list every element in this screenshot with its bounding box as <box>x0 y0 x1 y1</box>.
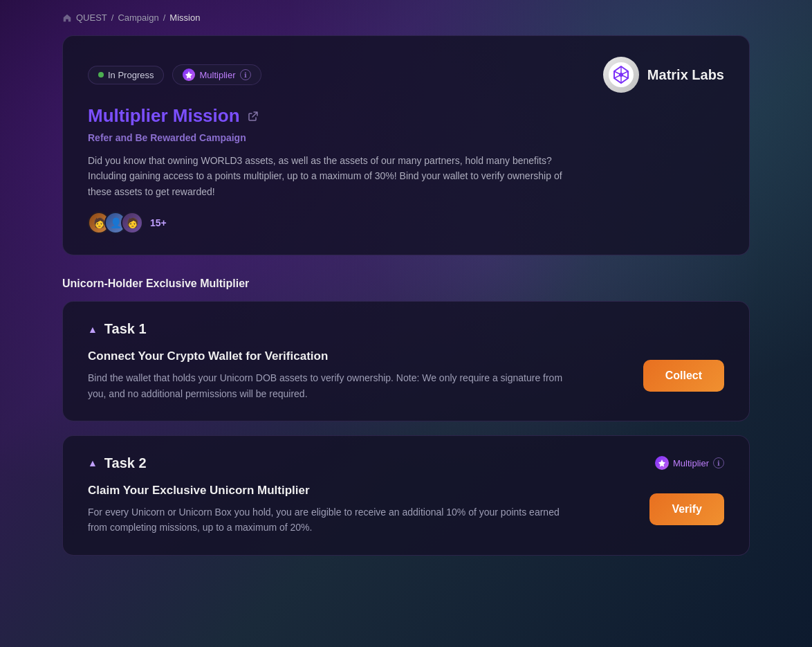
task2-arrow-icon: ▲ <box>88 457 98 468</box>
breadcrumb-current: Mission <box>169 12 200 23</box>
task1-title-row: ▲ Task 1 <box>88 321 147 337</box>
task1-arrow-icon: ▲ <box>88 324 98 335</box>
task2-title: Task 2 <box>104 455 147 471</box>
brand-logo: Matrix Labs <box>603 57 724 93</box>
participants: 🧑 👤 🧑 15+ <box>88 212 724 234</box>
task1-name: Connect Your Crypto Wallet for Verificat… <box>88 349 629 363</box>
task1-card: ▲ Task 1 Connect Your Crypto Wallet for … <box>62 301 750 421</box>
multiplier-label: Multiplier <box>199 70 235 80</box>
mission-card: In Progress Multiplier ℹ <box>62 35 750 255</box>
task2-info-icon[interactable]: ℹ <box>713 457 724 468</box>
breadcrumb-sep2: / <box>163 12 166 23</box>
mission-title-row: Multiplier Mission <box>88 105 724 127</box>
task2-multiplier-badge[interactable]: Multiplier <box>655 456 709 470</box>
status-dot <box>98 72 104 78</box>
breadcrumb-campaign[interactable]: Campaign <box>118 12 158 23</box>
breadcrumb-quest[interactable]: QUEST <box>76 12 107 23</box>
section-title: Unicorn-Holder Exclusive Multiplier <box>62 277 750 290</box>
multiplier-icon <box>183 69 195 81</box>
external-link-icon[interactable] <box>247 110 259 122</box>
verify-button[interactable]: Verify <box>649 493 724 525</box>
task2-card: ▲ Task 2 Multiplier ℹ Claim <box>62 435 750 556</box>
mission-description: Did you know that owning WORLD3 assets, … <box>88 153 572 199</box>
task2-content: Claim Your Exclusive Unicorn Multiplier … <box>88 484 724 536</box>
main-content: In Progress Multiplier ℹ <box>0 35 812 556</box>
svg-point-1 <box>619 73 623 77</box>
task2-right: Multiplier ℹ <box>655 456 724 470</box>
mission-header-top: In Progress Multiplier ℹ <box>88 57 724 93</box>
task2-text-area: Claim Your Exclusive Unicorn Multiplier … <box>88 484 636 536</box>
task2-name: Claim Your Exclusive Unicorn Multiplier <box>88 484 636 498</box>
participant-avatars: 🧑 👤 🧑 <box>88 212 143 234</box>
task1-description: Bind the wallet that holds your Unicorn … <box>88 370 572 401</box>
breadcrumb: QUEST / Campaign / Mission <box>0 0 812 35</box>
task2-multiplier-label: Multiplier <box>673 458 709 468</box>
mission-title: Multiplier Mission <box>88 105 240 127</box>
task2-multiplier-icon <box>655 456 669 470</box>
breadcrumb-sep1: / <box>111 12 114 23</box>
brand-logo-circle <box>603 57 639 93</box>
task1-content: Connect Your Crypto Wallet for Verificat… <box>88 349 724 401</box>
task1-title: Task 1 <box>104 321 147 337</box>
mission-subtitle: Refer and Be Rewarded Campaign <box>88 132 724 143</box>
avatar: 🧑 <box>121 212 143 234</box>
task2-header: ▲ Task 2 Multiplier ℹ <box>88 455 724 471</box>
task2-title-row: ▲ Task 2 <box>88 455 147 471</box>
multiplier-info-icon[interactable]: ℹ <box>240 69 251 80</box>
in-progress-label: In Progress <box>108 70 154 80</box>
task2-description: For every Unicorn or Unicorn Box you hol… <box>88 504 572 536</box>
task1-header: ▲ Task 1 <box>88 321 724 337</box>
multiplier-badge[interactable]: Multiplier ℹ <box>172 64 261 85</box>
in-progress-badge: In Progress <box>88 66 164 84</box>
mission-badges: In Progress Multiplier ℹ <box>88 64 261 85</box>
task1-text-area: Connect Your Crypto Wallet for Verificat… <box>88 349 629 401</box>
participant-count: 15+ <box>150 217 167 228</box>
matrix-logo-svg <box>609 62 634 87</box>
home-icon <box>62 13 72 23</box>
brand-name: Matrix Labs <box>647 67 724 83</box>
collect-button[interactable]: Collect <box>643 360 724 392</box>
